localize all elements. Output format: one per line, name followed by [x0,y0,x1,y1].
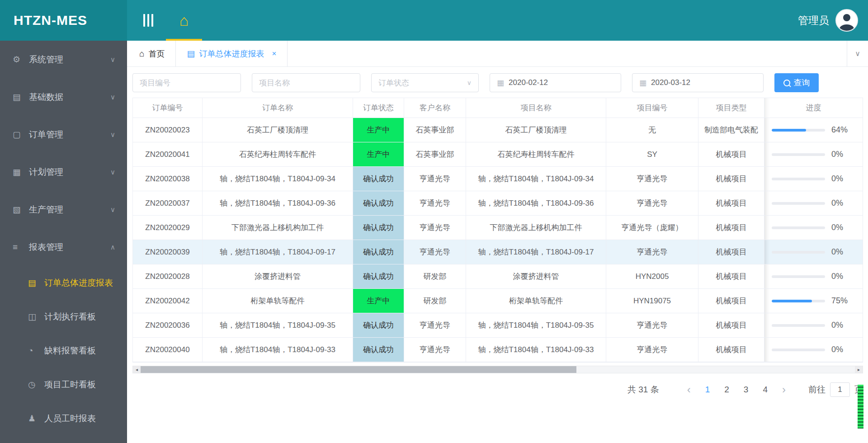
order-no-cell: ZN20020041 [133,142,203,167]
project-name-cell: 涂覆挤进料管 [466,264,606,289]
sidebar-item-report-management[interactable]: ≡ 报表管理 ∧ [0,228,127,266]
sidebar-item-basic-data[interactable]: ▤ 基础数据 ∨ [0,78,127,116]
sidebar-item-production-management[interactable]: ▧ 生产管理 ∨ [0,191,127,228]
tab-options-dropdown[interactable]: ∨ [847,41,868,66]
content-area: 项目编号 项目名称 订单状态 ∨ ▦ 2020-02-12 ▦ 2020-03-… [127,67,868,443]
table-row[interactable]: ZN20020023石英工厂楼顶清理生产中石英事业部石英工厂楼顶清理无制造部电气… [133,118,863,142]
sidebar-item-project-hours-board[interactable]: ◷ 项目工时看板 [0,368,127,401]
progress-cell: 0% [764,191,863,216]
order-no-cell: ZN20020023 [133,118,203,142]
avatar[interactable] [835,9,858,32]
progress-percent: 0% [831,345,843,354]
progress-cell: 0% [764,216,863,240]
chevron-down-icon: ∨ [110,168,115,176]
customer-cell: 石英事业部 [404,142,466,167]
table-row[interactable]: ZN20020041石英纪寿柱周转车配件生产中石英事业部石英纪寿柱周转车配件SY… [133,142,863,167]
sidebar-item-label: 人员工时报表 [44,413,127,424]
page-number-3[interactable]: 3 [736,385,756,395]
progress-bar [772,153,825,156]
progress-percent: 75% [831,296,848,306]
order-name-cell: 轴，烧结T1804轴，T1804J-09-35 [203,313,353,338]
close-icon[interactable]: × [272,49,276,58]
sidebar-item-plan-execution-board[interactable]: ◫ 计划执行看板 [0,300,127,334]
prev-page-button[interactable]: ‹ [680,384,698,395]
order-name-cell: 轴，烧结T1804轴，T1804J-09-33 [203,338,353,362]
project-no-input[interactable]: 项目编号 [132,73,241,92]
sidebar-item-system-management[interactable]: ⚙ 系统管理 ∨ [0,41,127,78]
order-status-badge: 生产中 [353,118,404,142]
project-type-cell: 机械项目 [698,313,764,338]
project-type-cell: 机械项目 [698,240,764,264]
home-icon: ⌂ [139,49,144,59]
order-status-select[interactable]: 订单状态 ∨ [371,73,479,92]
order-status-badge: 确认成功 [353,313,404,338]
table-row[interactable]: ZN20020036轴，烧结T1804轴，T1804J-09-35确认成功亨通光… [133,313,863,338]
order-status-badge: 确认成功 [353,216,404,240]
customer-cell: 亨通光导 [404,167,466,191]
tab-label: 首页 [148,48,165,59]
project-name-cell: 轴，烧结T1804轴，T1804J-09-33 [466,338,606,362]
table-row[interactable]: ZN20020042桁架单轨等配件生产中研发部桁架单轨等配件HYN19075机械… [133,289,863,313]
sidebar-item-order-progress-report[interactable]: ▤ 订单总体进度报表 [0,266,127,300]
tab-bar: ⌂ 首页 ▤ 订单总体进度报表 × ∨ [127,41,868,67]
date-to-input[interactable]: ▦ 2020-03-12 [632,73,764,92]
project-no-cell: 亨通光导 [606,338,698,362]
table-row[interactable]: ZN20020040轴，烧结T1804轴，T1804J-09-33确认成功亨通光… [133,338,863,362]
project-type-cell: 制造部电气装配 [698,118,764,142]
order-no-cell: ZN20020038 [133,167,203,191]
home-nav-button[interactable]: ⌂ [166,0,202,41]
progress-cell: 0% [764,167,863,191]
progress-fill [772,300,812,302]
date-from-value: 2020-02-12 [509,78,548,87]
page-number-1[interactable]: 1 [698,385,717,395]
table-row[interactable]: ZN20020038轴，烧结T1804轴，T1804J-09-34确认成功亨通光… [133,167,863,191]
progress-bar [772,275,825,278]
table-row[interactable]: ZN20020037轴，烧结T1804轴，T1804J-09-36确认成功亨通光… [133,191,863,216]
sidebar-item-label: 计划管理 [29,166,110,178]
sidebar-item-material-shortage-board[interactable]: ◔ 缺料报警看板 [0,334,127,368]
project-type-cell: 机械项目 [698,264,764,289]
column-header-project-name: 项目名称 [466,98,606,118]
sidebar-item-order-management[interactable]: ▢ 订单管理 ∨ [0,116,127,153]
project-type-cell: 机械项目 [698,289,764,313]
progress-percent: 0% [831,174,843,184]
project-name-input[interactable]: 项目名称 [252,73,360,92]
calendar-icon: ▦ [497,78,504,88]
pagination: 共 31 条 ‹ 1 2 3 4 › 前往 页 [132,382,863,397]
order-name-cell: 下部激光器上移机构加工件 [203,216,353,240]
page-number-2[interactable]: 2 [717,385,736,395]
table-row[interactable]: ZN20020028涂覆挤进料管确认成功研发部涂覆挤进料管HYN2005机械项目… [133,264,863,289]
scrollbar-track[interactable] [141,366,855,373]
project-name-cell: 石英工厂楼顶清理 [466,118,606,142]
sidebar-item-plan-management[interactable]: ▦ 计划管理 ∨ [0,153,127,191]
table-row[interactable]: ZN20020029下部激光器上移机构加工件确认成功亨通光导下部激光器上移机构加… [133,216,863,240]
project-name-placeholder: 项目名称 [259,78,290,88]
search-button[interactable]: 查询 [774,73,819,92]
goto-page-group: 前往 页 [808,382,863,397]
project-no-cell: 无 [606,118,698,142]
header-right: 管理员 [798,9,858,32]
search-button-label: 查询 [794,77,810,88]
goto-page-input[interactable] [830,382,850,397]
tab-order-progress-report[interactable]: ▤ 订单总体进度报表 × [176,41,288,66]
table-row[interactable]: ZN20020039轴，烧结T1804轴，T1804J-09-17确认成功亨通光… [133,240,863,264]
order-no-cell: ZN20020029 [133,216,203,240]
progress-cell: 0% [764,240,863,264]
column-header-order-no: 订单编号 [133,98,203,118]
scroll-left-button[interactable]: ◂ [133,366,141,373]
tab-label: 订单总体进度报表 [199,48,264,59]
pie-chart-icon: ◔ [28,346,42,356]
scroll-right-button[interactable]: ▸ [855,366,863,373]
scrollbar-thumb[interactable] [141,366,576,373]
table-body: ZN20020023石英工厂楼顶清理生产中石英事业部石英工厂楼顶清理无制造部电气… [133,118,863,362]
project-name-cell: 轴，烧结T1804轴，T1804J-09-17 [466,240,606,264]
page-number-4[interactable]: 4 [755,385,775,395]
collapse-menu-icon[interactable] [143,14,153,27]
next-page-button[interactable]: › [775,384,793,395]
sidebar-item-personnel-hours-report[interactable]: ♟ 人员工时报表 [0,401,127,435]
sidebar-menu: ⚙ 系统管理 ∨ ▤ 基础数据 ∨ ▢ 订单管理 ∨ ▦ 计划管理 ∨ ▧ 生产 [0,41,127,443]
tab-home[interactable]: ⌂ 首页 [128,41,176,66]
date-from-input[interactable]: ▦ 2020-02-12 [490,73,621,92]
project-type-cell: 机械项目 [698,216,764,240]
current-user-label[interactable]: 管理员 [798,14,829,28]
